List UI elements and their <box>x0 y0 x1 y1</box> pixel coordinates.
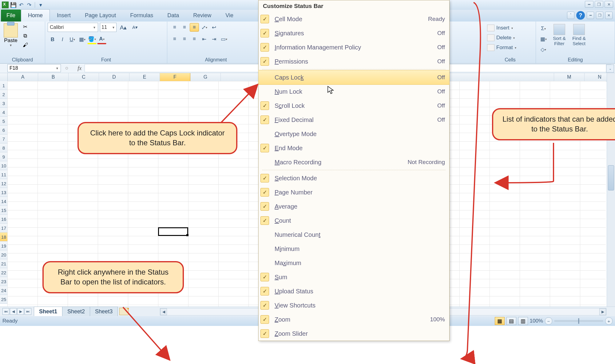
clear-icon[interactable]: ◇▾ <box>539 45 548 54</box>
row-header[interactable]: 18 <box>0 233 8 241</box>
menu-item-signatures[interactable]: ✓SignaturesOff <box>259 26 449 40</box>
column-header[interactable]: B <box>38 73 69 81</box>
cancel-icon[interactable]: ○ <box>65 65 68 71</box>
font-size-combo[interactable]: 11▼ <box>100 23 117 32</box>
copy-icon[interactable]: ⧉ <box>21 32 30 40</box>
fill-color-button[interactable]: 🪣▾ <box>87 35 97 44</box>
align-bottom-icon[interactable]: ≡ <box>190 23 199 32</box>
zoom-level[interactable]: 100% <box>530 318 543 324</box>
menu-item-caps-lock[interactable]: Caps LockOff <box>259 70 449 84</box>
menu-item-cell-mode[interactable]: ✓Cell ModeReady <box>259 12 449 26</box>
bold-button[interactable]: B <box>48 35 57 44</box>
tab-formulas[interactable]: Formulas <box>123 9 160 22</box>
row-header[interactable]: 2 <box>0 90 8 99</box>
menu-item-sum[interactable]: ✓Sum <box>259 270 449 284</box>
close-button[interactable]: ✕ <box>605 1 613 8</box>
row-header[interactable]: 5 <box>0 117 8 126</box>
tab-vie[interactable]: Vie <box>218 9 240 22</box>
sheet-nav-first-icon[interactable]: ⏮ <box>2 308 9 315</box>
scrollbar-thumb[interactable] <box>608 165 614 190</box>
borders-button[interactable]: ▦▾ <box>77 35 87 44</box>
row-header[interactable]: 6 <box>0 126 8 135</box>
page-break-view-icon[interactable]: ▥ <box>518 317 528 325</box>
format-painter-icon[interactable]: 🖌 <box>21 41 30 49</box>
row-header[interactable]: 8 <box>0 143 8 152</box>
shrink-font-icon[interactable]: A▾ <box>130 23 140 32</box>
tab-home[interactable]: Home <box>21 9 50 22</box>
sheet-tab[interactable]: Sheet3 <box>90 307 118 316</box>
column-header[interactable]: D <box>99 73 129 81</box>
grow-font-icon[interactable]: A▴ <box>119 23 128 32</box>
ribbon-minimize-icon[interactable]: ˆ <box>567 12 574 19</box>
workbook-restore-button[interactable]: ❐ <box>596 12 603 19</box>
new-sheet-button[interactable] <box>119 308 129 315</box>
menu-item-view-shortcuts[interactable]: ✓View Shortcuts <box>259 298 449 312</box>
select-all-corner[interactable] <box>0 73 8 81</box>
zoom-out-button[interactable]: − <box>545 317 552 325</box>
customize-status-bar-menu[interactable]: Customize Status Bar ✓Cell ModeReady✓Sig… <box>258 0 450 341</box>
qat-customize-icon[interactable]: ▾ <box>37 2 44 8</box>
insert-cells-button[interactable]: Insert▾ <box>487 24 533 32</box>
increase-indent-icon[interactable]: ⇥ <box>209 35 219 43</box>
row-header[interactable]: 4 <box>0 108 8 117</box>
column-header[interactable]: A <box>8 73 38 81</box>
row-header[interactable]: 1 <box>0 81 8 90</box>
align-right-icon[interactable]: ≡ <box>190 35 199 43</box>
find-select-button[interactable]: Find & Select <box>570 24 588 46</box>
tab-page-layout[interactable]: Page Layout <box>78 9 123 22</box>
zoom-slider[interactable] <box>554 320 603 322</box>
sheet-tab[interactable]: Sheet2 <box>62 307 90 316</box>
workbook-close-button[interactable]: ✕ <box>605 12 613 19</box>
menu-item-scroll-lock[interactable]: ✓Scroll LockOff <box>259 99 449 113</box>
align-center-icon[interactable]: ≡ <box>180 35 189 43</box>
name-box[interactable]: F18▼ <box>7 64 61 72</box>
menu-item-maximum[interactable]: Maximum <box>259 256 449 270</box>
menu-item-macro-recording[interactable]: Macro RecordingNot Recording <box>259 155 449 169</box>
save-icon[interactable]: 💾 <box>10 2 17 8</box>
file-tab[interactable]: File <box>1 10 21 22</box>
align-top-icon[interactable]: ≡ <box>170 23 179 32</box>
orientation-icon[interactable]: ⤢▾ <box>200 23 209 32</box>
autosum-icon[interactable]: Σ▾ <box>539 24 548 33</box>
menu-item-end-mode[interactable]: ✓End Mode <box>259 141 449 155</box>
row-header[interactable]: 3 <box>0 99 8 108</box>
undo-icon[interactable]: ↶ <box>18 2 25 8</box>
sheet-nav-prev-icon[interactable]: ◀ <box>10 308 17 315</box>
underline-button[interactable]: U▾ <box>68 35 77 44</box>
menu-item-page-number[interactable]: ✓Page Number <box>259 185 449 199</box>
sheet-tab[interactable]: Sheet1 <box>34 307 62 316</box>
page-layout-view-icon[interactable]: ▤ <box>506 317 516 325</box>
menu-item-count[interactable]: ✓Count <box>259 213 449 228</box>
menu-item-permissions[interactable]: ✓PermissionsOff <box>259 54 449 68</box>
row-header[interactable]: 15 <box>0 206 8 215</box>
paste-button[interactable]: Paste ▼ <box>2 23 19 49</box>
align-middle-icon[interactable]: ≡ <box>180 23 189 32</box>
row-header[interactable]: 19 <box>0 241 8 250</box>
column-header[interactable]: E <box>129 73 160 81</box>
row-header[interactable]: 22 <box>0 268 8 277</box>
fx-icon[interactable]: fx <box>77 65 81 72</box>
sort-filter-button[interactable]: Sort & Filter <box>551 24 568 46</box>
workbook-minimize-button[interactable]: ━ <box>587 12 594 19</box>
hscroll-left-icon[interactable]: ◀ <box>160 308 167 315</box>
tab-insert[interactable]: Insert <box>50 9 78 22</box>
row-header[interactable]: 13 <box>0 188 8 197</box>
merge-center-icon[interactable]: ▭▾ <box>219 35 228 43</box>
font-name-combo[interactable]: Calibri▼ <box>48 23 98 32</box>
cut-icon[interactable]: ✂ <box>21 23 30 31</box>
expand-formula-bar-icon[interactable]: ⌄ <box>606 65 614 72</box>
format-cells-button[interactable]: Format▾ <box>487 44 533 52</box>
tab-review[interactable]: Review <box>186 9 218 22</box>
menu-item-information-management-policy[interactable]: ✓Information Management PolicyOff <box>259 40 449 54</box>
sheet-nav-next-icon[interactable]: ▶ <box>17 308 24 315</box>
menu-item-zoom-slider[interactable]: ✓Zoom Slider <box>259 327 449 341</box>
zoom-in-button[interactable]: + <box>605 317 613 325</box>
column-header[interactable]: F <box>160 73 190 81</box>
sheet-nav-last-icon[interactable]: ⏭ <box>25 308 31 315</box>
column-header[interactable]: M <box>554 73 585 81</box>
menu-item-fixed-decimal[interactable]: ✓Fixed DecimalOff <box>259 113 449 127</box>
row-header[interactable]: 9 <box>0 152 8 161</box>
menu-item-average[interactable]: ✓Average <box>259 199 449 213</box>
row-header[interactable]: 20 <box>0 250 8 259</box>
menu-item-selection-mode[interactable]: ✓Selection Mode <box>259 171 449 185</box>
